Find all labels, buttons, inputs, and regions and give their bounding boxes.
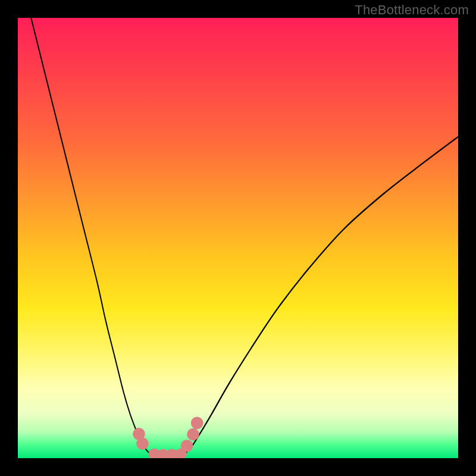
- plot-area: [18, 18, 458, 458]
- curve-left-branch: [31, 18, 154, 456]
- data-marker: [191, 416, 203, 429]
- marker-group: [133, 416, 203, 458]
- data-marker: [136, 437, 149, 450]
- curve-layer: [18, 18, 458, 458]
- curve-right-branch: [181, 137, 458, 456]
- chart-frame: TheBottleneck.com: [0, 0, 476, 476]
- watermark-text: TheBottleneck.com: [355, 2, 469, 18]
- data-marker: [187, 428, 199, 441]
- data-marker: [181, 440, 193, 452]
